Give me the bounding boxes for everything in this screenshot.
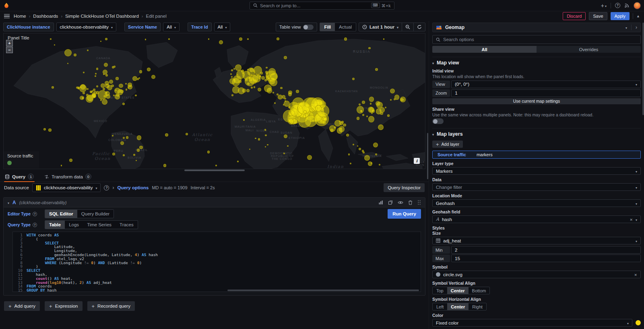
size-field-select[interactable]: adj_heat	[432, 237, 641, 244]
halign-center[interactable]: Center	[447, 303, 469, 310]
view-select[interactable]: (0°, 0°)	[451, 81, 641, 88]
max-input[interactable]: 15	[451, 255, 641, 262]
query-type-table[interactable]: Table	[45, 221, 65, 229]
left-scrollbar[interactable]	[427, 133, 428, 179]
clear-icon[interactable]	[634, 272, 637, 277]
code-line-11[interactable]: 11 hash,	[13, 273, 421, 277]
query-inspector-button[interactable]: Query Inspector	[384, 183, 425, 192]
query-editor-header[interactable]: A (clickhouse-observability)	[4, 198, 425, 207]
search-input[interactable]: Search or jump to... ⌨⌘+k	[250, 2, 394, 10]
breadcrumb-item-simple-clickhouse-otel-dashboard[interactable]: Simple ClickHouse OTel Dashboard	[65, 14, 139, 19]
geohash-field-select[interactable]: Ahash	[432, 215, 641, 223]
menu-toggle-icon[interactable]	[4, 14, 10, 19]
options-search-input[interactable]: Search options	[432, 35, 641, 44]
help-icon[interactable]: ?	[33, 223, 37, 227]
map-attribution-button[interactable]: i	[414, 158, 420, 164]
duplicate-icon[interactable]	[388, 200, 393, 205]
collapse-panel-icon[interactable]: ▲	[636, 14, 640, 18]
symbol-select[interactable]: circle.svg	[432, 271, 641, 278]
valign-top[interactable]: Top	[433, 287, 447, 294]
zoom-out-time-button[interactable]	[402, 23, 414, 31]
query-type-logs[interactable]: Logs	[65, 221, 83, 229]
color-swatch[interactable]	[636, 320, 641, 325]
min-input[interactable]: 2	[451, 246, 641, 254]
refresh-button[interactable]	[414, 23, 425, 31]
visualization-picker[interactable]: Geomap	[432, 23, 641, 32]
options-tab-overrides[interactable]: Overrides	[537, 46, 641, 53]
map-layers-section-header[interactable]: Map layers	[432, 131, 641, 137]
code-line-10[interactable]: 10SELECT	[13, 269, 421, 273]
apply-button[interactable]: Apply	[611, 12, 630, 20]
datasource-picker[interactable]: clickhouse-observability	[32, 183, 101, 192]
query-type-time-series[interactable]: Time Series	[83, 221, 116, 229]
fill-option[interactable]: Fill	[320, 23, 335, 31]
query-type-traces[interactable]: Traces	[116, 221, 138, 229]
collapse-query-icon[interactable]	[8, 200, 9, 205]
collapse-pane-icon[interactable]	[636, 25, 637, 30]
variable-select-clickhouse-instance[interactable]: clickhouse-observability	[56, 23, 116, 31]
expression-button[interactable]: +Expression	[45, 301, 82, 311]
valign-bottom[interactable]: Bottom	[469, 287, 490, 294]
chart-icon[interactable]	[378, 200, 383, 205]
help-icon[interactable]: ?	[33, 212, 37, 216]
breadcrumb-item-edit-panel[interactable]: Edit panel	[146, 14, 167, 19]
location-mode-select[interactable]: Geohash	[432, 199, 641, 207]
recorded-query-button[interactable]: +Recorded query	[87, 301, 135, 311]
trash-icon[interactable]	[408, 200, 413, 205]
halign-right[interactable]: Right	[469, 303, 486, 310]
options-tab-all[interactable]: All	[432, 46, 537, 53]
geomap-panel[interactable]: RUSSIACANADAUNITED STATESMEXICOKAZAKHSTA…	[3, 33, 425, 169]
sql-code-editor[interactable]: 1WITH coords AS2 (3 SELECT4 Latitude,5 L…	[12, 232, 421, 292]
halign-left[interactable]: Left	[433, 303, 447, 310]
use-current-map-settings-button[interactable]: Use current map settings	[432, 98, 641, 104]
layer-type-select[interactable]: Markers	[432, 167, 641, 175]
line-number: 1	[13, 233, 27, 237]
help-icon[interactable]: ?	[615, 3, 620, 8]
datasource-help-icon[interactable]: ?	[104, 185, 109, 190]
code-line-8[interactable]: 8 WHERE (Longitude != 0) AND (Latitude !…	[13, 261, 421, 265]
map-zoom-out-button[interactable]: −	[6, 47, 13, 53]
eye-icon[interactable]	[398, 200, 403, 205]
code-line-14[interactable]: 14FROM coords	[13, 284, 421, 288]
news-rss-icon[interactable]	[624, 3, 630, 8]
data-select[interactable]: Change filter	[432, 183, 641, 191]
add-layer-button[interactable]: +Add layer	[432, 141, 463, 148]
code-line-2[interactable]: 2 (	[13, 237, 421, 241]
chevron-down-icon[interactable]	[625, 25, 627, 30]
options-scrollbar[interactable]	[642, 23, 644, 115]
breadcrumb-item-home[interactable]: Home	[14, 14, 26, 19]
code-scrollbar[interactable]	[227, 290, 419, 291]
map-zoom-in-button[interactable]: +	[6, 40, 13, 46]
zoom-input[interactable]: 1	[451, 89, 641, 97]
share-view-toggle[interactable]	[432, 118, 444, 124]
actual-option[interactable]: Actual	[335, 23, 356, 31]
map-view-section-header[interactable]: Map view	[432, 60, 641, 66]
code-line-9[interactable]: 9 )	[13, 265, 421, 269]
code-line-13[interactable]: 13 round(log10(heat), 2) AS adj_heat	[13, 281, 421, 285]
grafana-logo-icon[interactable]	[3, 2, 10, 9]
variable-select-trace-id[interactable]: All	[214, 23, 231, 31]
layer-item-source-traffic[interactable]: Source traffic markers	[432, 151, 641, 159]
code-line-1[interactable]: 1WITH coords AS	[13, 233, 421, 237]
editor-type-query-builder[interactable]: Query Builder	[77, 210, 114, 218]
color-select[interactable]: Fixed color	[432, 319, 632, 327]
add-query-button[interactable]: +Add query	[4, 301, 40, 311]
discard-button[interactable]: Discard	[563, 12, 586, 20]
breadcrumb-item-dashboards[interactable]: Dashboards	[33, 14, 58, 19]
table-view-toggle[interactable]: Table view	[276, 23, 318, 31]
map-data-point	[272, 92, 274, 93]
drag-handle-icon[interactable]	[417, 200, 421, 205]
save-button[interactable]: Save	[589, 12, 607, 20]
tab-transform-data[interactable]: Transform data 0	[43, 172, 92, 182]
editor-type-sql-editor[interactable]: SQL Editor	[45, 210, 77, 218]
run-query-button[interactable]: Run Query	[388, 209, 421, 219]
tab-query[interactable]: Query 1	[4, 172, 35, 182]
query-options-toggle[interactable]: Query options	[117, 185, 149, 190]
add-menu-button[interactable]: +	[601, 2, 607, 9]
valign-center[interactable]: Center	[447, 287, 469, 294]
clear-icon[interactable]	[630, 217, 633, 222]
time-range-picker[interactable]: Last 1 hour	[359, 23, 402, 31]
map-data-point	[95, 73, 97, 74]
variable-select-service-name[interactable]: All	[163, 23, 180, 31]
user-avatar[interactable]	[634, 2, 641, 9]
